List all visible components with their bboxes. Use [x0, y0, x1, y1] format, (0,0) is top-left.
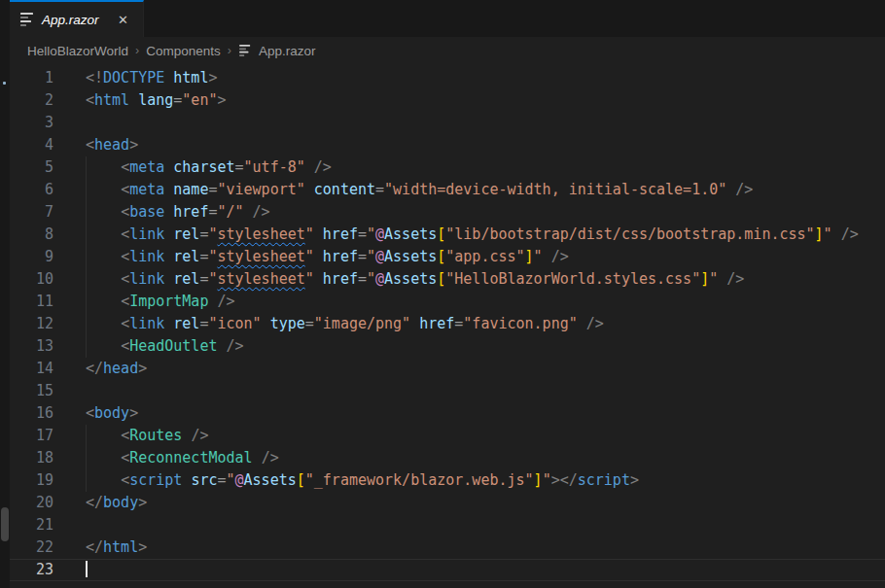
code-line[interactable]: 13 <HeadOutlet /> [10, 335, 885, 358]
tab-label: App.razor [42, 13, 99, 27]
code-line[interactable]: 9 <link rel="stylesheet" href="@Assets["… [10, 246, 885, 268]
code-token: < [121, 427, 129, 444]
indicator-dot [3, 82, 6, 85]
code-token: Assets [384, 225, 437, 243]
code-line[interactable]: 14</head> [10, 358, 885, 380]
code-token: @ [375, 225, 384, 243]
close-icon[interactable]: ✕ [115, 11, 132, 28]
code-token: script [578, 471, 630, 489]
code-line[interactable]: 10 <link rel="stylesheet" href="@Assets[… [10, 268, 885, 291]
code-token [718, 270, 726, 288]
code-token: ></ [551, 471, 578, 489]
code-text: <link rel="stylesheet" href="@Assets["ap… [86, 246, 569, 268]
code-token [86, 337, 121, 355]
code-token: > [208, 69, 217, 86]
code-token: Assets [384, 270, 437, 288]
code-line[interactable]: 12 <link rel="icon" type="image/png" hre… [10, 313, 885, 335]
code-token: [ [437, 270, 445, 288]
code-area[interactable]: 1<!DOCTYPE html>2<html lang="en">34<head… [10, 67, 885, 588]
code-token [86, 293, 121, 310]
code-line[interactable]: 11 <ImportMap /> [10, 291, 885, 313]
line-number: 11 [10, 291, 53, 313]
code-token: head [94, 136, 129, 154]
code-token: head [103, 360, 138, 377]
code-token [578, 315, 586, 332]
line-number: 22 [10, 536, 53, 559]
code-token: stylesheet [217, 248, 304, 265]
tab-app-razor[interactable]: App.razor ✕ [10, 0, 144, 37]
code-token [543, 248, 551, 265]
code-token: < [86, 91, 94, 109]
code-token: < [121, 181, 129, 198]
code-token: lang [138, 91, 173, 109]
code-token [86, 248, 121, 265]
code-token: href [323, 248, 358, 265]
code-token: base [129, 203, 164, 221]
code-token: Assets [244, 471, 297, 489]
code-token: < [121, 315, 129, 332]
code-line[interactable]: 3 [10, 112, 885, 134]
code-token [164, 181, 173, 198]
code-token [244, 203, 253, 221]
code-line[interactable]: 22</html> [10, 536, 885, 559]
code-text: <Routes /> [86, 425, 208, 447]
code-token: /> [262, 449, 279, 467]
indent-guide [86, 156, 87, 358]
code-line[interactable]: 18 <ReconnectModal /> [10, 447, 885, 469]
code-token: < [121, 225, 129, 243]
code-token [164, 69, 173, 86]
code-token: < [121, 471, 129, 489]
code-token: meta [129, 158, 164, 176]
code-line[interactable]: 16<body> [10, 402, 885, 425]
code-token: Assets [384, 248, 437, 265]
code-line[interactable]: 7 <base href="/" /> [10, 201, 885, 224]
code-token: ImportMap [129, 293, 208, 310]
code-token: " [227, 471, 235, 489]
code-text: <html lang="en"> [86, 89, 227, 112]
code-token [305, 181, 314, 198]
tab-bar: App.razor ✕ [10, 0, 885, 37]
breadcrumb-folder[interactable]: Components [146, 44, 221, 58]
code-token: link [129, 248, 164, 265]
code-token: < [121, 158, 129, 176]
line-number: 20 [10, 492, 53, 514]
code-token [262, 315, 270, 332]
code-token: "HelloBlazorWorld.styles.css" [445, 270, 700, 288]
code-line[interactable]: 8 <link rel="stylesheet" href="@Assets["… [10, 224, 885, 246]
code-line[interactable]: 20</body> [10, 492, 885, 514]
code-line[interactable]: 21 [10, 514, 885, 536]
code-token [86, 427, 121, 444]
code-token: HeadOutlet [129, 337, 217, 355]
code-line[interactable]: 2<html lang="en"> [10, 89, 885, 112]
code-line[interactable]: 19 <script src="@Assets["_framework/blaz… [10, 469, 885, 492]
code-token: rel [173, 270, 199, 288]
chevron-right-icon: › [228, 44, 231, 57]
code-token [164, 203, 173, 221]
code-text: <head> [86, 134, 138, 156]
breadcrumb-file[interactable]: App.razor [259, 44, 316, 58]
scrollbar-thumb[interactable] [1, 507, 9, 541]
code-token [129, 91, 138, 109]
code-token [164, 270, 173, 288]
code-line[interactable]: 1<!DOCTYPE html> [10, 67, 885, 89]
code-line[interactable]: 17 <Routes /> [10, 425, 885, 447]
code-token: > [138, 360, 147, 377]
code-line[interactable]: 23 [10, 559, 885, 581]
code-line[interactable]: 5 <meta charset="utf-8" /> [10, 156, 885, 179]
line-number: 13 [10, 335, 53, 358]
left-panel-edge [0, 0, 10, 588]
code-token [164, 248, 173, 265]
indent-guide [86, 425, 87, 492]
code-line[interactable]: 4<head> [10, 134, 885, 156]
code-token [86, 203, 121, 221]
code-token: href [173, 203, 208, 221]
code-token [314, 270, 323, 288]
breadcrumb: HelloBlazorWorld › Components › App.razo… [10, 37, 885, 64]
code-line[interactable]: 6 <meta name="viewport" content="width=d… [10, 179, 885, 201]
code-token [305, 158, 314, 176]
code-token: /> [217, 293, 234, 310]
breadcrumb-project[interactable]: HelloBlazorWorld [27, 44, 128, 58]
code-token: body [94, 404, 129, 422]
code-token: <! [86, 69, 103, 86]
code-line[interactable]: 15 [10, 380, 885, 402]
